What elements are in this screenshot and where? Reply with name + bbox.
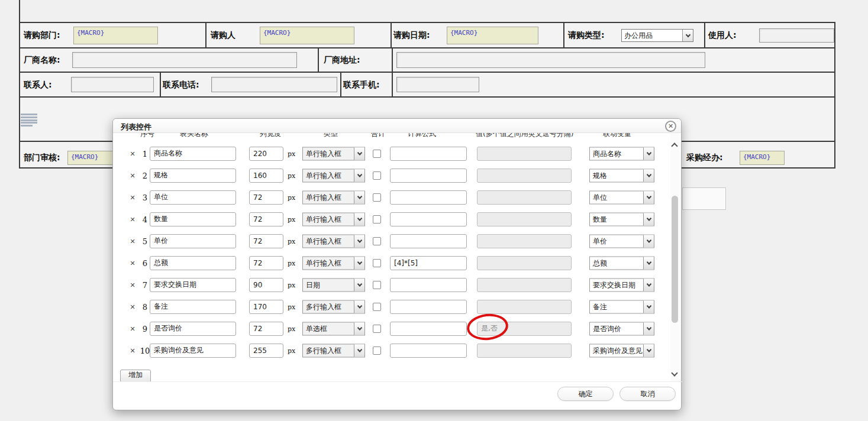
linked-variable-select[interactable]: 规格 [589, 169, 654, 182]
column-name-input[interactable] [150, 322, 236, 336]
linked-variable-select[interactable]: 单位 [589, 190, 654, 204]
delete-row-icon[interactable]: ✕ [128, 325, 137, 332]
formula-input[interactable] [390, 169, 467, 183]
sum-checkbox[interactable] [373, 259, 381, 267]
req-person-macro[interactable]: {MACRO} [260, 27, 354, 44]
vendor-addr-input[interactable] [396, 52, 705, 68]
formula-input[interactable] [390, 300, 467, 314]
delete-row-icon[interactable]: ✕ [128, 193, 137, 201]
column-type-select[interactable]: 单行输入框 [302, 147, 365, 160]
sum-checkbox[interactable] [373, 237, 381, 245]
sum-checkbox[interactable] [373, 281, 381, 289]
delete-row-icon[interactable]: ✕ [128, 259, 137, 267]
linked-variable-select[interactable]: 要求交换日期 [589, 278, 654, 292]
scrollbar-thumb[interactable] [672, 196, 678, 323]
values-input[interactable] [477, 234, 572, 248]
scroll-down-icon[interactable] [671, 370, 677, 376]
modal-scrollbar[interactable] [670, 133, 679, 382]
column-name-input[interactable] [150, 169, 236, 183]
formula-input[interactable] [390, 344, 467, 358]
values-input[interactable] [477, 256, 572, 270]
column-type-select[interactable]: 单行输入框 [302, 234, 365, 248]
linked-variable-select[interactable]: 备注 [589, 300, 654, 313]
column-width-input[interactable] [249, 322, 283, 336]
formula-input[interactable] [390, 190, 467, 205]
linked-variable-select[interactable]: 商品名称 [589, 147, 654, 160]
values-input[interactable] [477, 344, 572, 358]
column-width-input[interactable] [249, 278, 283, 292]
linked-variable-select[interactable]: 单价 [589, 234, 654, 248]
column-width-input[interactable] [249, 190, 283, 205]
values-input[interactable] [477, 190, 572, 205]
purchase-agent-macro[interactable]: {MACRO} [740, 151, 785, 165]
column-type-select[interactable]: 单行输入框 [302, 212, 365, 226]
formula-input[interactable] [390, 234, 467, 248]
delete-row-icon[interactable]: ✕ [128, 150, 137, 157]
column-name-input[interactable] [150, 190, 236, 205]
values-input[interactable] [477, 278, 572, 292]
linked-variable-select[interactable]: 数量 [589, 212, 654, 226]
column-name-input[interactable] [150, 278, 236, 292]
delete-row-icon[interactable]: ✕ [128, 237, 137, 245]
formula-input[interactable] [390, 322, 467, 336]
chevron-down-icon [354, 235, 364, 247]
req-type-select[interactable]: 办公用品 [621, 29, 693, 42]
column-width-input[interactable] [249, 212, 283, 226]
scroll-up-icon[interactable] [671, 143, 677, 149]
user-input[interactable] [759, 28, 834, 43]
delete-row-icon[interactable]: ✕ [128, 303, 137, 310]
formula-input[interactable] [390, 212, 467, 226]
column-name-input[interactable] [150, 300, 236, 314]
sum-checkbox[interactable] [373, 171, 381, 180]
contact-tel-input[interactable] [211, 77, 337, 92]
contact-input[interactable] [71, 77, 154, 92]
delete-row-icon[interactable]: ✕ [128, 171, 137, 179]
close-icon[interactable]: ✕ [665, 121, 676, 132]
sum-checkbox[interactable] [373, 150, 381, 158]
delete-row-icon[interactable]: ✕ [128, 215, 137, 223]
column-type-select[interactable]: 单行输入框 [302, 190, 365, 204]
column-width-input[interactable] [249, 256, 283, 270]
linked-variable-select[interactable]: 采购询价及意见 [589, 344, 654, 357]
values-input[interactable] [477, 169, 572, 183]
column-type-select[interactable]: 单行输入框 [302, 256, 365, 270]
req-date-macro[interactable]: {MACRO} [447, 27, 538, 44]
column-type-select[interactable]: 多行输入框 [302, 344, 365, 357]
formula-input[interactable] [390, 147, 467, 161]
column-name-input[interactable] [150, 212, 236, 226]
sum-checkbox[interactable] [373, 325, 381, 333]
contact-mobile-input[interactable] [396, 77, 479, 92]
column-width-input[interactable] [249, 344, 283, 358]
sum-checkbox[interactable] [373, 346, 381, 355]
column-width-input[interactable] [249, 147, 283, 161]
sum-checkbox[interactable] [373, 215, 381, 224]
sum-checkbox[interactable] [373, 193, 381, 202]
ok-button[interactable]: 确定 [557, 387, 614, 401]
formula-input[interactable] [390, 278, 467, 292]
linked-variable-select[interactable]: 总额 [589, 256, 654, 270]
column-width-input[interactable] [249, 300, 283, 314]
column-type-select[interactable]: 单选框 [302, 322, 365, 335]
column-name-input[interactable] [150, 256, 236, 270]
values-input[interactable] [477, 300, 572, 314]
modal-rows: ✕ 1 px 单行输入框 商品名称 ✕ 2 px 单行输入框 规格 [113, 143, 682, 361]
column-width-input[interactable] [249, 169, 283, 183]
column-type-select[interactable]: 单行输入框 [302, 169, 365, 182]
column-name-input[interactable] [150, 147, 236, 161]
linked-variable-select[interactable]: 是否询价 [589, 322, 654, 335]
values-input[interactable] [477, 147, 572, 161]
sum-checkbox[interactable] [373, 303, 381, 311]
add-row-button[interactable]: 增加 [120, 370, 151, 382]
values-input[interactable] [477, 212, 572, 226]
req-dept-macro[interactable]: {MACRO} [73, 27, 158, 44]
column-width-input[interactable] [249, 234, 283, 248]
column-type-select[interactable]: 日期 [302, 278, 365, 292]
column-name-input[interactable] [150, 234, 236, 248]
column-type-select[interactable]: 多行输入框 [302, 300, 365, 313]
vendor-name-input[interactable] [72, 52, 297, 68]
formula-input[interactable] [390, 256, 467, 270]
cancel-button[interactable]: 取消 [619, 387, 676, 401]
delete-row-icon[interactable]: ✕ [128, 346, 137, 354]
column-name-input[interactable] [150, 344, 236, 358]
delete-row-icon[interactable]: ✕ [128, 281, 137, 289]
